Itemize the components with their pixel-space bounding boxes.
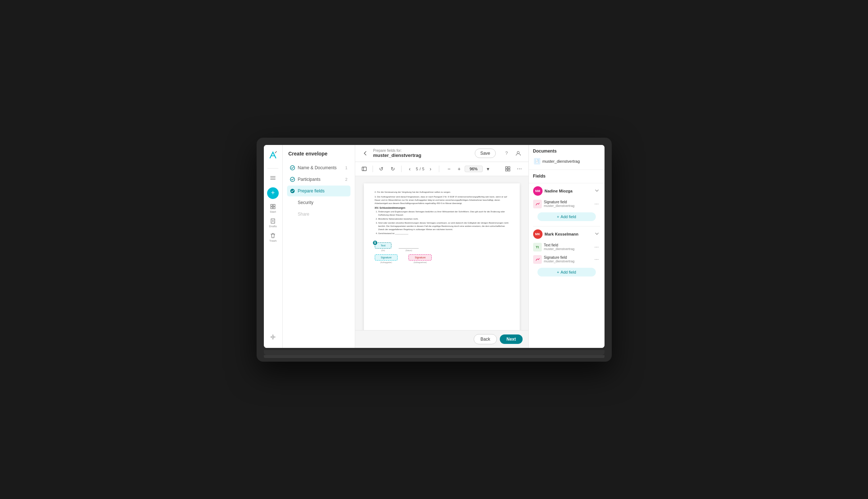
mark-add-field-button[interactable]: + Add field	[537, 268, 596, 276]
section-14-item-2: Mündliche Nebenabreden bestehen nicht.	[378, 217, 509, 221]
participant-nadine-info: NM Nadine Miozga	[533, 186, 573, 196]
rotate-right-button[interactable]: ↻	[388, 164, 398, 174]
field-delete-icon[interactable]: 🗑	[373, 241, 377, 245]
zoom-level-display[interactable]: 96%	[465, 166, 483, 172]
nav-settings-icon[interactable]	[266, 330, 279, 344]
participant-nadine-block: NM Nadine Miozga Signature fiel	[529, 183, 605, 226]
document-page: 2. Für die Versteuerung der Vergütung ha…	[364, 183, 520, 330]
mark-add-field-plus: +	[557, 270, 559, 274]
doc-list-item[interactable]: 📄 muster_dienstvertrag	[533, 157, 600, 166]
section-14-list: Änderungen und Ergänzungen dieses Vertra…	[375, 210, 509, 235]
txt-field-icon: Tt	[533, 243, 542, 251]
text-field-label-ort: (Ort)	[381, 249, 385, 251]
participant-nadine-header: NM Nadine Miozga	[533, 186, 600, 196]
right-panel: Documents 📄 muster_dienstvertrag Fields …	[528, 145, 605, 348]
step-name-label: Name & Documents	[298, 165, 337, 170]
nadine-add-field-plus: +	[557, 215, 559, 219]
mark-text-field[interactable]: Tt Text field muster_dienstvertrag ⋯	[533, 241, 600, 253]
mark-text-field-info: Text field muster_dienstvertrag	[544, 243, 593, 251]
mark-add-field-label: Add field	[561, 270, 576, 274]
mark-text-field-more-button[interactable]: ⋯	[593, 244, 600, 251]
step-participants-label: Participants	[298, 177, 321, 182]
nadine-add-field-label: Add field	[561, 215, 576, 219]
sidebar-toggle-button[interactable]	[360, 164, 369, 174]
participant-mark-info: MK Mark Kesselmann	[533, 229, 579, 239]
section-14-item-1: Änderungen und Ergänzungen dieses Vertra…	[378, 210, 509, 217]
back-navigation-button[interactable]	[361, 149, 370, 158]
documents-section: Documents 📄 muster_dienstvertrag	[529, 145, 605, 170]
main-content: Prepare fields for: muster_dienstvertrag…	[355, 145, 528, 348]
doc-para-2: 2. Für die Versteuerung der Vergütung ha…	[375, 191, 509, 194]
mark-collapse-button[interactable]	[594, 231, 600, 237]
step-security[interactable]: Security	[287, 197, 350, 208]
date-field[interactable]: (Datum)	[399, 244, 419, 251]
toolbar-separator-1	[373, 166, 373, 172]
layout-button[interactable]	[503, 164, 512, 174]
mark-sig-field-icon	[533, 255, 542, 264]
documents-title: Documents	[533, 149, 600, 154]
nadine-add-field-button[interactable]: + Add field	[537, 212, 596, 221]
rotate-left-button[interactable]: ↺	[377, 164, 386, 174]
step-prepare-fields[interactable]: Prepare fields	[287, 186, 350, 196]
step-participants[interactable]: Participants 2	[287, 174, 350, 185]
mark-sig-field-info: Signature field muster_dienstvertrag	[544, 255, 593, 263]
sig-label-auftragnehmer: (Auftragnehmer)	[414, 261, 427, 263]
date-field-label: (Datum)	[406, 249, 412, 251]
mark-sig-field-name: Signature field	[544, 255, 593, 259]
nadine-collapse-button[interactable]	[594, 188, 600, 194]
sig-box-auftraggeber[interactable]: Signature	[375, 254, 398, 261]
nadine-field-more-button[interactable]: ⋯	[593, 200, 600, 208]
sig-field-auftragnehmer[interactable]: Signature (Auftragnehmer)	[408, 254, 432, 263]
help-button[interactable]: ?	[502, 149, 511, 158]
next-page-button[interactable]: ›	[426, 164, 435, 174]
nav-trash-icon[interactable]: Trash	[266, 231, 279, 244]
step-share-label: Share	[298, 212, 310, 217]
account-button[interactable]	[514, 149, 523, 158]
sig-box-auftragnehmer[interactable]: Signature	[408, 254, 432, 261]
toolbar-separator-2	[401, 166, 402, 172]
sig-field-auftraggeber[interactable]: Signature (Auftraggeber)	[375, 254, 398, 263]
participant-nadine-name: Nadine Miozga	[545, 189, 573, 193]
doc-filename: muster_dienstvertrag	[543, 159, 580, 163]
svg-rect-4	[273, 204, 275, 206]
step-name-documents[interactable]: Name & Documents 1	[287, 162, 350, 173]
nav-drafts-icon[interactable]: Drafts	[266, 216, 279, 229]
mark-sig-field-doc: muster_dienstvertrag	[544, 259, 593, 263]
zoom-dropdown-button[interactable]: ▾	[483, 164, 493, 174]
zoom-out-button[interactable]: −	[444, 164, 454, 174]
svg-rect-3	[271, 204, 273, 206]
fields-title: Fields	[533, 174, 600, 179]
nadine-field-doc: muster_dienstvertrag	[544, 204, 593, 208]
nadine-field-name: Signature field	[544, 200, 593, 204]
page-total: 5	[422, 167, 424, 171]
save-button[interactable]: Save	[475, 149, 495, 158]
step-share[interactable]: Share	[287, 209, 350, 220]
drafts-label: Drafts	[269, 225, 277, 228]
nav-menu-icon[interactable]	[266, 171, 279, 184]
wizard-sidebar: Create envelope Name & Documents 1 Parti…	[283, 145, 355, 348]
sig-label-auftraggeber: (Auftraggeber)	[380, 261, 392, 263]
back-action-button[interactable]: Back	[474, 334, 497, 344]
mark-sig-field[interactable]: Signature field muster_dienstvertrag ⋯	[533, 253, 600, 266]
zoom-in-button[interactable]: +	[454, 164, 464, 174]
section-14-item-3: Sind oder werden einzelne Bestimmungen d…	[378, 221, 509, 231]
next-action-button[interactable]: Next	[500, 334, 522, 344]
doc-file-icon: 📄	[534, 158, 540, 165]
prev-page-button[interactable]: ‹	[405, 164, 415, 174]
step-name-number: 1	[345, 166, 347, 170]
text-field-ort[interactable]: 🗑 Text (Ort)	[375, 242, 392, 251]
step-prepare-label: Prepare fields	[298, 188, 325, 194]
more-options-button[interactable]: ⋯	[515, 164, 524, 174]
nav-start-icon[interactable]: Start	[266, 202, 279, 215]
doc-para-3: 3. Der Auftragnehmer wird darauf hingewi…	[375, 195, 509, 205]
mark-sig-field-more-button[interactable]: ⋯	[593, 256, 600, 263]
text-field-box[interactable]: 🗑 Text	[375, 242, 392, 249]
svg-rect-19	[508, 167, 510, 169]
create-new-button[interactable]: +	[267, 187, 279, 199]
mark-text-field-name: Text field	[544, 243, 593, 247]
document-toolbar: ↺ ↻ ‹ 5 / 5 › − + 96% ▾	[355, 162, 528, 176]
page-current: 5	[416, 167, 418, 171]
document-area[interactable]: 2. Für die Versteuerung der Vergütung ha…	[355, 176, 528, 330]
svg-rect-20	[506, 169, 507, 171]
nadine-sig-field[interactable]: Signature field muster_dienstvertrag ⋯	[533, 198, 600, 210]
